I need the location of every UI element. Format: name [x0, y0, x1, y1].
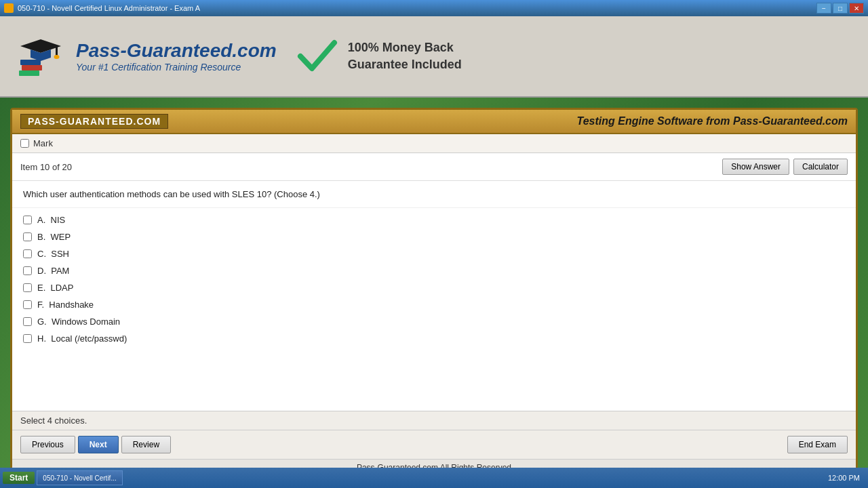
- taskbar-clock: 12:00 PM: [823, 474, 865, 482]
- answer-choices: A. NIS B. WEP C. SSH D. PAM E. LDAP: [12, 208, 856, 411]
- svg-rect-2: [19, 70, 39, 76]
- panel-title: Testing Engine Software from Pass-Guaran…: [577, 115, 848, 127]
- choice-checkbox-d[interactable]: [23, 266, 32, 275]
- exam-panel: PASS-GUARANTEED.COM Testing Engine Softw…: [10, 108, 858, 478]
- minimize-button[interactable]: −: [816, 3, 831, 14]
- maximize-button[interactable]: □: [833, 3, 848, 14]
- previous-button[interactable]: Previous: [20, 436, 75, 453]
- choice-checkbox-e[interactable]: [23, 283, 32, 292]
- svg-rect-4: [56, 46, 58, 56]
- choice-label-f: F. Handshake: [37, 300, 94, 310]
- choice-label-g: G. Windows Domain: [37, 317, 120, 327]
- choice-item-a: A. NIS: [23, 215, 845, 225]
- choice-label-e: E. LDAP: [37, 283, 73, 293]
- choice-checkbox-c[interactable]: [23, 249, 32, 258]
- logo-area: Pass-Guaranteed.com Your #1 Certificatio…: [14, 29, 277, 83]
- choice-checkbox-f[interactable]: [23, 300, 32, 309]
- window-controls: − □ ✕: [816, 3, 864, 14]
- next-button[interactable]: Next: [78, 436, 119, 453]
- choice-checkbox-b[interactable]: [23, 232, 32, 241]
- show-answer-button[interactable]: Show Answer: [722, 159, 789, 175]
- brand-name: Pass-Guaranteed.com: [76, 40, 277, 62]
- checkmark-area: 100% Money Back Guarantee Included: [297, 36, 462, 77]
- taskbar: Start 050-710 - Novell Certif... 12:00 P…: [0, 468, 868, 488]
- mark-checkbox[interactable]: [20, 139, 29, 148]
- svg-rect-0: [20, 60, 41, 65]
- choice-item-b: B. WEP: [23, 232, 845, 242]
- brand-tagline: Your #1 Certification Training Resource: [76, 62, 277, 73]
- choice-label-a: A. NIS: [37, 215, 65, 225]
- svg-marker-3: [20, 39, 61, 53]
- choice-item-g: G. Windows Domain: [23, 317, 845, 327]
- choice-checkbox-g[interactable]: [23, 317, 32, 326]
- end-exam-button[interactable]: End Exam: [787, 436, 848, 453]
- choice-item-c: C. SSH: [23, 249, 845, 259]
- select-info: Select 4 choices.: [12, 411, 856, 430]
- choice-item-h: H. Local (/etc/passwd): [23, 333, 845, 344]
- title-bar: 050-710 - Novell Certified Linux Adminis…: [0, 0, 868, 16]
- choice-checkbox-h[interactable]: [23, 334, 32, 343]
- choice-item-f: F. Handshake: [23, 300, 845, 310]
- question-area: Item 10 of 20 Show Answer Calculator Whi…: [12, 153, 856, 411]
- footer-buttons: Previous Next Review End Exam: [12, 430, 856, 459]
- choice-item-d: D. PAM: [23, 266, 845, 276]
- choice-label-b: B. WEP: [37, 232, 71, 242]
- app-icon: [4, 3, 14, 13]
- taskbar-item-exam[interactable]: 050-710 - Novell Certif...: [37, 470, 122, 485]
- choice-label-c: C. SSH: [37, 249, 69, 259]
- window-title: 050-710 - Novell Certified Linux Adminis…: [18, 4, 200, 12]
- panel-footer: Select 4 choices. Previous Next Review E…: [12, 411, 856, 476]
- mark-area: Mark: [12, 134, 856, 153]
- header: Pass-Guaranteed.com Your #1 Certificatio…: [0, 16, 868, 98]
- question-buttons: Show Answer Calculator: [722, 159, 848, 175]
- panel-logo: PASS-GUARANTEED.COM: [20, 114, 168, 129]
- choice-label-h: H. Local (/etc/passwd): [37, 333, 127, 344]
- panel-header: PASS-GUARANTEED.COM Testing Engine Softw…: [12, 110, 856, 134]
- choice-label-d: D. PAM: [37, 266, 69, 276]
- close-button[interactable]: ✕: [849, 3, 864, 14]
- calculator-button[interactable]: Calculator: [793, 159, 848, 175]
- mark-label: Mark: [33, 138, 53, 148]
- question-text: Which user authentication methods can be…: [12, 181, 856, 208]
- question-header: Item 10 of 20 Show Answer Calculator: [12, 153, 856, 181]
- logo-text: Pass-Guaranteed.com Your #1 Certificatio…: [76, 40, 277, 73]
- item-counter: Item 10 of 20: [20, 162, 72, 172]
- start-button[interactable]: Start: [3, 472, 35, 484]
- choice-item-e: E. LDAP: [23, 283, 845, 293]
- logo-icon: [14, 29, 68, 83]
- svg-point-5: [54, 55, 60, 59]
- guarantee-text: 100% Money Back Guarantee Included: [348, 39, 462, 73]
- main-container: PASS-GUARANTEED.COM Testing Engine Softw…: [0, 98, 868, 488]
- checkmark-icon: [297, 36, 338, 77]
- choice-checkbox-a[interactable]: [23, 216, 32, 224]
- review-button[interactable]: Review: [121, 436, 171, 453]
- svg-rect-1: [22, 65, 42, 70]
